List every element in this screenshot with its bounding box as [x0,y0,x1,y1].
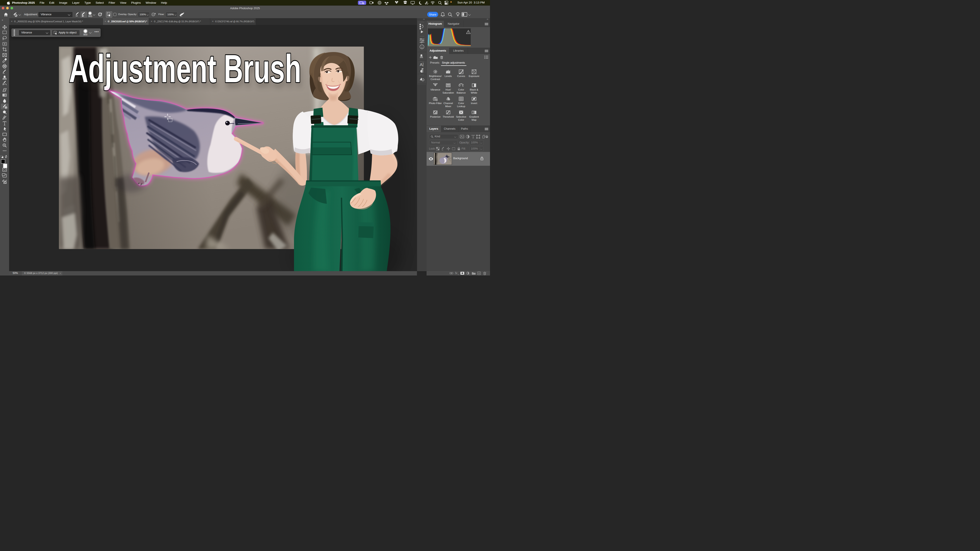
svg-text:Adjustment Brush: Adjustment Brush [69,46,301,91]
svg-text:A: A [420,62,423,67]
svg-text:fx: fx [455,272,458,275]
